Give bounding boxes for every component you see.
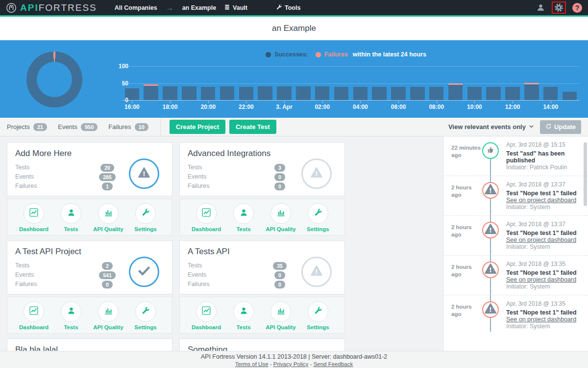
bar-successes-segment (448, 85, 463, 101)
project-action-dashboard[interactable]: Dashboard (19, 301, 49, 333)
project-status-circle[interactable] (129, 158, 159, 189)
project-card[interactable]: Bla bla lalal (7, 339, 172, 351)
event-icon-column (482, 300, 499, 330)
x-axis-tick-mark (322, 101, 323, 103)
project-card[interactable]: Add More HereTests20Events285Failures1 (7, 142, 172, 196)
project-failures-badge: 1 (102, 183, 113, 190)
project-stat-label: Tests (15, 164, 89, 171)
bar-column-02:00 (313, 66, 332, 100)
warning-icon (138, 166, 150, 181)
action-label: API Quality (266, 324, 295, 330)
event-dashboard-link[interactable]: See on project dashboard (506, 276, 584, 283)
create-project-button[interactable]: Create Project (170, 120, 225, 134)
project-card[interactable]: A Test API ProjectTests2Events541Failure… (7, 240, 172, 294)
project-action-settings[interactable]: Settings (303, 301, 333, 333)
bar-07:00 (410, 87, 425, 100)
project-stat-label: Tests (188, 262, 261, 269)
nav-item-an-example[interactable]: an Example (182, 4, 216, 11)
line-chart-icon (29, 306, 39, 317)
project-action-tests[interactable]: Tests (228, 301, 259, 333)
event-title: Test "Nope test 1" failed (506, 230, 584, 237)
project-action-tests[interactable]: Tests (56, 203, 86, 235)
project-stat-badge-wrap: 35 (261, 261, 298, 270)
project-stat-badge-wrap: 0 (261, 172, 298, 181)
project-action-dashboard[interactable]: Dashboard (191, 203, 221, 235)
bar-column-10:00 (465, 66, 484, 100)
bar-column-04:00 (351, 66, 370, 100)
project-failures-badge: 0 (102, 281, 113, 289)
event-dashboard-link[interactable]: See on project dashboard (506, 197, 584, 204)
action-label: Tests (64, 226, 78, 232)
bar-successes-segment (258, 86, 272, 100)
bar-successes-segment (524, 84, 539, 100)
action-circle (135, 203, 156, 224)
bar-column-08:00 (427, 66, 446, 100)
action-label: API Quality (266, 226, 295, 232)
terms-link[interactable]: Terms of Use (235, 361, 269, 367)
gear-icon[interactable] (552, 1, 566, 14)
project-events-badge: 285 (99, 173, 116, 181)
x-axis-tick-mark (284, 101, 285, 103)
toolbar-row: Projects 21 Events 950 Failures 10 Creat… (0, 118, 588, 136)
event-time-ago: 2 hours ago (451, 300, 482, 330)
x-axis-tick-mark (513, 101, 513, 103)
warning-icon (484, 302, 497, 317)
x-axis-tick: 14:00 (543, 104, 558, 110)
project-action-tests[interactable]: Tests (56, 301, 86, 333)
project-action-dashboard[interactable]: Dashboard (19, 203, 49, 235)
project-stat-badge-wrap: 2 (89, 261, 126, 270)
project-action-settings[interactable]: Settings (303, 203, 333, 235)
project-action-tests[interactable]: Tests (228, 203, 259, 235)
event-status-circle (482, 222, 499, 238)
bar-column-09:00 (446, 66, 465, 100)
event-dashboard-link[interactable]: See on project dashboard (506, 237, 584, 243)
scrollbar-thumb[interactable] (584, 142, 587, 206)
help-icon[interactable]: ? (572, 3, 582, 13)
nav-item-vault[interactable]: Vault (224, 4, 247, 12)
project-status-circle[interactable] (301, 158, 332, 189)
bar-01:00 (296, 86, 311, 100)
project-status-circle[interactable] (301, 257, 332, 287)
bar-column-03:00 (332, 66, 351, 100)
project-action-settings[interactable]: Settings (130, 301, 161, 333)
x-axis-tick-mark (551, 101, 551, 103)
project-card-actions: DashboardTestsAPI QualitySettings (7, 297, 172, 334)
feedback-link[interactable]: Send Feedback (314, 361, 353, 367)
project-status-circle[interactable] (129, 257, 159, 287)
x-axis-tick-mark (398, 101, 399, 103)
project-card[interactable]: Something (179, 339, 345, 351)
footer: API Fortress Version 14.1.1 2013-2018 | … (0, 351, 588, 368)
project-action-api-quality[interactable]: API Quality (93, 301, 123, 333)
project-card[interactable]: Advanced IntegrationsTests3Events0Failur… (179, 142, 345, 196)
relevant-events-filter[interactable]: View relevant events only (448, 123, 534, 131)
project-events-badge: 0 (274, 173, 285, 181)
event-title: Test "asd" has been published (506, 150, 584, 164)
y-axis-tick: 100 (112, 63, 128, 70)
legend-failures-label: Failures (324, 51, 348, 58)
bar-18:00 (163, 86, 177, 100)
event-dashboard-link[interactable]: See on project dashboard (506, 316, 584, 323)
update-button[interactable]: Update (540, 120, 581, 134)
action-label: Tests (236, 226, 250, 232)
action-label: Settings (307, 324, 329, 330)
user-icon[interactable] (536, 3, 545, 12)
project-action-dashboard[interactable]: Dashboard (191, 301, 221, 333)
privacy-link[interactable]: Privacy Policy (273, 361, 309, 367)
project-card-title: Add More Here (15, 149, 164, 158)
project-action-api-quality[interactable]: API Quality (266, 203, 296, 235)
project-card-block: A Test API ProjectTests2Events541Failure… (7, 240, 172, 334)
bar-column-01:00 (294, 66, 313, 100)
project-action-api-quality[interactable]: API Quality (266, 301, 296, 333)
legend-caption: within the latest 24 hours (353, 51, 426, 58)
project-stat-badge-wrap: 0 (261, 280, 298, 289)
apifortress-logo[interactable]: APIFORTRESS (6, 2, 97, 13)
project-card[interactable]: A Tests APITests35Events0Failures0 (179, 240, 345, 294)
action-label: Dashboard (192, 226, 221, 232)
nav-item-all-companies[interactable]: All Companies (115, 4, 157, 11)
nav-item-tools[interactable]: Tools (276, 4, 300, 12)
project-action-api-quality[interactable]: API Quality (93, 203, 123, 235)
create-test-button[interactable]: Create Test (229, 120, 276, 134)
event-time-ago: 22 minutes ago (451, 141, 482, 171)
project-action-settings[interactable]: Settings (130, 203, 161, 235)
stat-label: Events (58, 123, 77, 131)
